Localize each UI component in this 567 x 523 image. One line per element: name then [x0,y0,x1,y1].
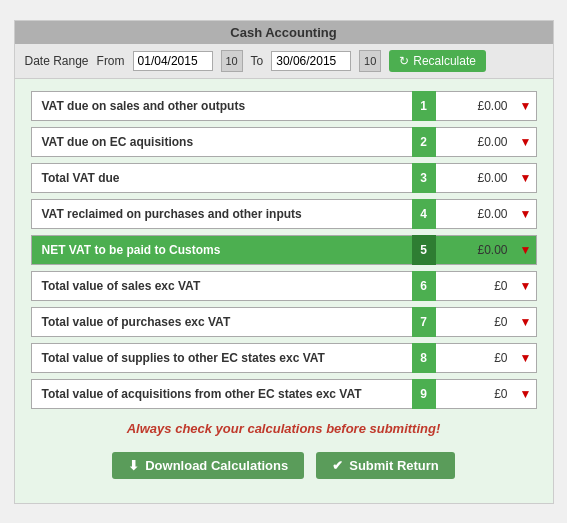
vat-row-label-1: VAT due on sales and other outputs [32,99,412,113]
from-calendar-icon[interactable]: 10 [221,50,243,72]
vat-row-value-3: £0.00 [436,171,516,185]
warning-text: Always check your calculations before su… [31,421,537,436]
download-label: Download Calculations [145,458,288,473]
vat-row-3: Total VAT due3£0.00▼ [31,163,537,193]
vat-row-arrow-5[interactable]: ▼ [516,243,536,257]
vat-row-arrow-7[interactable]: ▼ [516,315,536,329]
to-date-input[interactable] [271,51,351,71]
vat-row-4: VAT reclaimed on purchases and other inp… [31,199,537,229]
vat-row-num-9: 9 [412,379,436,409]
footer-buttons: ⬇ Download Calculations ✔ Submit Return [31,444,537,491]
vat-row-value-7: £0 [436,315,516,329]
vat-row-arrow-8[interactable]: ▼ [516,351,536,365]
vat-row-value-6: £0 [436,279,516,293]
vat-row-label-5: NET VAT to be paid to Customs [32,243,412,257]
from-date-input[interactable] [133,51,213,71]
download-button[interactable]: ⬇ Download Calculations [112,452,304,479]
vat-row-value-1: £0.00 [436,99,516,113]
vat-row-value-5: £0.00 [436,243,516,257]
vat-row-9: Total value of acquisitions from other E… [31,379,537,409]
vat-row-7: Total value of purchases exc VAT7£0▼ [31,307,537,337]
vat-row-num-8: 8 [412,343,436,373]
vat-row-1: VAT due on sales and other outputs1£0.00… [31,91,537,121]
title-bar: Cash Accounting [15,21,553,44]
vat-row-2: VAT due on EC aquisitions2£0.00▼ [31,127,537,157]
to-label: To [251,54,264,68]
vat-row-num-6: 6 [412,271,436,301]
vat-row-value-8: £0 [436,351,516,365]
vat-row-num-7: 7 [412,307,436,337]
vat-row-label-4: VAT reclaimed on purchases and other inp… [32,207,412,221]
vat-row-arrow-3[interactable]: ▼ [516,171,536,185]
vat-row-value-4: £0.00 [436,207,516,221]
vat-row-num-4: 4 [412,199,436,229]
download-icon: ⬇ [128,458,139,473]
vat-row-8: Total value of supplies to other EC stat… [31,343,537,373]
vat-row-label-8: Total value of supplies to other EC stat… [32,351,412,365]
recalculate-button[interactable]: ↻ Recalculate [389,50,486,72]
vat-row-label-7: Total value of purchases exc VAT [32,315,412,329]
from-label: From [97,54,125,68]
vat-row-6: Total value of sales exc VAT6£0▼ [31,271,537,301]
vat-row-value-2: £0.00 [436,135,516,149]
app-title: Cash Accounting [230,25,336,40]
vat-row-num-1: 1 [412,91,436,121]
vat-rows-container: VAT due on sales and other outputs1£0.00… [31,91,537,409]
submit-icon: ✔ [332,458,343,473]
vat-row-num-5: 5 [412,235,436,265]
submit-label: Submit Return [349,458,439,473]
date-range-label: Date Range [25,54,89,68]
vat-row-arrow-2[interactable]: ▼ [516,135,536,149]
vat-row-arrow-6[interactable]: ▼ [516,279,536,293]
vat-row-5: NET VAT to be paid to Customs5£0.00▼ [31,235,537,265]
vat-row-num-3: 3 [412,163,436,193]
main-container: Cash Accounting Date Range From 10 To 10… [14,20,554,504]
content-area: VAT due on sales and other outputs1£0.00… [15,79,553,503]
vat-row-value-9: £0 [436,387,516,401]
vat-row-label-2: VAT due on EC aquisitions [32,135,412,149]
vat-row-arrow-1[interactable]: ▼ [516,99,536,113]
toolbar: Date Range From 10 To 10 ↻ Recalculate [15,44,553,79]
vat-row-num-2: 2 [412,127,436,157]
to-calendar-icon[interactable]: 10 [359,50,381,72]
vat-row-label-6: Total value of sales exc VAT [32,279,412,293]
submit-button[interactable]: ✔ Submit Return [316,452,455,479]
vat-row-label-3: Total VAT due [32,171,412,185]
vat-row-label-9: Total value of acquisitions from other E… [32,387,412,401]
recalculate-label: Recalculate [413,54,476,68]
recalculate-icon: ↻ [399,54,409,68]
vat-row-arrow-4[interactable]: ▼ [516,207,536,221]
vat-row-arrow-9[interactable]: ▼ [516,387,536,401]
